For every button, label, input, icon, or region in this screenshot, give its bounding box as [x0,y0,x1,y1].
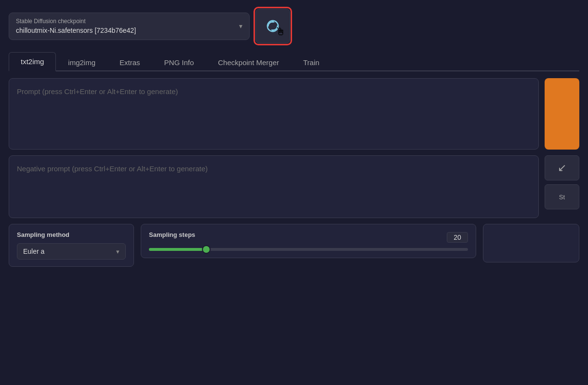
negative-prompt-row: Negative prompt (press Ctrl+Enter or Alt… [9,155,579,218]
sampling-method-value: Euler a [23,248,116,255]
style-label: St [559,193,565,201]
prompt-input-area[interactable]: Prompt (press Ctrl+Enter or Alt+Enter to… [9,78,539,150]
sampling-method-label: Sampling method [17,231,126,238]
sampling-steps-slider-thumb[interactable] [202,245,211,254]
chevron-down-icon: ▾ [239,22,242,30]
tab-train[interactable]: Train [291,53,332,71]
refresh-icon [265,18,281,34]
right-buttons-col [545,78,579,150]
tab-checkpoint-merger[interactable]: Checkpoint Merger [206,53,291,71]
sampling-method-group: Sampling method Euler a ▾ [9,224,134,267]
arrow-icon: ↙ [558,162,566,174]
arrow-button[interactable]: ↙ [545,155,579,180]
sampling-steps-slider-fill [149,248,206,251]
refresh-checkpoint-button[interactable]: 🖱 [255,9,290,43]
tabs-bar: txt2img img2img Extras PNG Info Checkpoi… [9,51,579,71]
app-container: Stable Diffusion checkpoint chilloutmix-… [0,0,588,385]
left-panel: Prompt (press Ctrl+Enter or Alt+Enter to… [9,78,579,385]
settings-row: Sampling method Euler a ▾ Sampling steps… [9,224,579,272]
tab-extras[interactable]: Extras [107,53,152,71]
negative-prompt-input-area[interactable]: Negative prompt (press Ctrl+Enter or Alt… [9,155,539,218]
sampling-steps-group: Sampling steps 20 [141,224,476,258]
tab-txt2img[interactable]: txt2img [9,52,56,71]
checkpoint-value: chilloutmix-Ni.safetensors [7234b76e42] [16,27,136,34]
main-content: Prompt (press Ctrl+Enter or Alt+Enter to… [9,78,579,385]
sampling-steps-label: Sampling steps [149,231,195,238]
sampling-method-chevron-icon: ▾ [116,248,120,255]
prompt-placeholder: Prompt (press Ctrl+Enter or Alt+Enter to… [17,86,178,97]
extra-settings-box [483,224,579,262]
tab-png-info[interactable]: PNG Info [152,53,206,71]
sampling-method-select[interactable]: Euler a ▾ [17,243,126,260]
generate-button[interactable] [545,78,579,150]
prompt-row: Prompt (press Ctrl+Enter or Alt+Enter to… [9,78,579,150]
tab-img2img[interactable]: img2img [56,53,107,71]
sampling-steps-value: 20 [447,232,468,243]
negative-prompt-placeholder: Negative prompt (press Ctrl+Enter or Alt… [17,164,208,175]
side-buttons: ↙ St [545,155,579,218]
refresh-button-wrapper: 🖱 [255,9,290,43]
top-bar: Stable Diffusion checkpoint chilloutmix-… [9,9,579,43]
style-button[interactable]: St [545,184,579,209]
checkpoint-selector[interactable]: Stable Diffusion checkpoint chilloutmix-… [9,13,250,40]
sampling-steps-slider-track[interactable] [149,248,468,251]
checkpoint-label: Stable Diffusion checkpoint [16,18,234,25]
